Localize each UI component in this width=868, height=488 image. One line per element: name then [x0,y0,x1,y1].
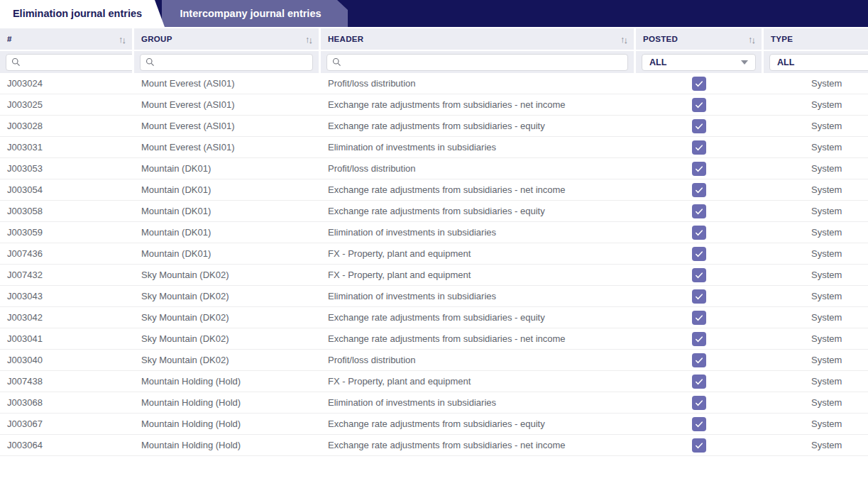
row-type-cell: System [764,291,868,301]
sort-up-down-icon[interactable]: ↑↓ [305,34,312,45]
number-filter-searchbox[interactable] [6,54,132,71]
checkmark-icon [694,313,704,323]
posted-checkbox[interactable] [692,183,706,197]
table-row[interactable]: J003025Mount Everest (ASI01)Exchange rat… [0,94,868,116]
row-type-cell: System [764,163,868,174]
posted-checkbox[interactable] [692,77,706,91]
posted-checkbox[interactable] [692,204,706,218]
posted-checkbox[interactable] [692,226,706,240]
row-group-cell: Mount Everest (ASI01) [134,142,319,152]
row-number-cell: J003058 [0,206,132,216]
row-header-cell: Profit/loss distribution [321,78,634,89]
checkmark-icon [694,419,704,429]
sort-up-down-icon[interactable]: ↑↓ [119,34,125,45]
tab-elimination-journal-entries[interactable]: Elimination journal entries [0,0,165,27]
row-group-cell: Sky Mountain (DK02) [134,291,319,301]
row-group-cell: Sky Mountain (DK02) [134,270,319,280]
column-header-type[interactable]: TYPE [764,28,868,50]
sort-up-down-icon[interactable]: ↑↓ [620,34,627,45]
header-filter-input[interactable] [346,57,622,67]
table-filter-row: ALL ALL [0,51,868,73]
row-number-cell: J003059 [0,227,132,238]
number-filter-input[interactable] [25,57,132,67]
posted-checkbox[interactable] [692,140,706,155]
posted-checkbox[interactable] [692,332,706,346]
row-group-cell: Mountain (DK01) [134,163,319,174]
row-posted-cell [636,332,762,346]
checkmark-icon [694,440,704,450]
row-group-cell: Mountain (DK01) [134,184,319,195]
checkmark-icon [694,249,704,259]
type-filter-select[interactable]: ALL [769,54,868,71]
posted-checkbox[interactable] [692,438,706,453]
row-group-cell: Sky Mountain (DK02) [134,333,319,344]
checkmark-icon [694,100,704,110]
column-label: TYPE [771,35,793,43]
table-row[interactable]: J003040Sky Mountain (DK02)Profit/loss di… [0,350,868,371]
header-filter-searchbox[interactable] [326,54,628,71]
posted-checkbox[interactable] [692,162,706,176]
column-header-posted[interactable]: POSTED ↑↓ [636,28,762,50]
posted-filter-value: ALL [649,57,666,67]
table-row[interactable]: J003059Mountain (DK01)Elimination of inv… [0,222,868,243]
row-type-cell: System [764,440,868,450]
posted-checkbox[interactable] [692,417,706,431]
row-posted-cell [636,98,762,112]
row-posted-cell [636,247,762,261]
row-posted-cell [636,311,762,325]
table-row[interactable]: J003042Sky Mountain (DK02)Exchange rate … [0,307,868,328]
column-header-header[interactable]: HEADER ↑↓ [321,28,634,50]
column-header-group[interactable]: GROUP ↑↓ [134,28,319,50]
table-row[interactable]: J003024Mount Everest (ASI01)Profit/loss … [0,73,868,94]
table-row[interactable]: J003058Mountain (DK01)Exchange rate adju… [0,201,868,222]
row-header-cell: Exchange rate adjustments from subsidiar… [321,312,634,323]
row-posted-cell [636,375,762,389]
row-header-cell: Elimination of investments in subsidiari… [321,397,634,408]
sort-up-down-icon[interactable]: ↑↓ [748,34,754,45]
table-row[interactable]: J003028Mount Everest (ASI01)Exchange rat… [0,116,868,137]
table-row[interactable]: J003041Sky Mountain (DK02)Exchange rate … [0,328,868,350]
posted-checkbox[interactable] [692,375,706,389]
row-type-cell: System [764,227,868,238]
row-type-cell: System [764,99,868,110]
table-row[interactable]: J007438Mountain Holding (Hold)FX - Prope… [0,371,868,392]
row-group-cell: Sky Mountain (DK02) [134,312,319,323]
row-number-cell: J003031 [0,142,132,152]
posted-checkbox[interactable] [692,289,706,304]
posted-checkbox[interactable] [692,98,706,112]
table-row[interactable]: J003031Mount Everest (ASI01)Elimination … [0,137,868,158]
checkmark-icon [694,355,704,365]
row-posted-cell [636,140,762,155]
row-type-cell: System [764,78,868,89]
row-number-cell: J003068 [0,397,132,408]
type-filter-value: ALL [777,57,794,67]
table-header-row: # ↑↓ GROUP ↑↓ HEADER ↑↓ POSTED ↑↓ TYPE [0,28,868,50]
row-number-cell: J003024 [0,78,132,89]
table-row[interactable]: J003053Mountain (DK01)Profit/loss distri… [0,158,868,179]
tab-intercompany-journal-entries[interactable]: Intercompany journal entries [162,0,348,27]
table-row[interactable]: J007436Mountain (DK01)FX - Property, pla… [0,243,868,265]
table-row[interactable]: J003067Mountain Holding (Hold)Exchange r… [0,414,868,435]
checkmark-icon [694,79,704,89]
table-row[interactable]: J003054Mountain (DK01)Exchange rate adju… [0,179,868,201]
table-row[interactable]: J003043Sky Mountain (DK02)Elimination of… [0,286,868,307]
posted-checkbox[interactable] [692,311,706,325]
posted-filter-select[interactable]: ALL [642,54,756,71]
table-body: J003024Mount Everest (ASI01)Profit/loss … [0,73,868,456]
table-row[interactable]: J003064Mountain Holding (Hold)Exchange r… [0,435,868,456]
posted-checkbox[interactable] [692,268,706,282]
column-header-number[interactable]: # ↑↓ [0,28,132,50]
posted-checkbox[interactable] [692,353,706,367]
row-posted-cell [636,119,762,133]
group-filter-searchbox[interactable] [140,54,313,71]
row-header-cell: Exchange rate adjustments from subsidiar… [321,206,634,216]
row-group-cell: Mountain Holding (Hold) [134,440,319,450]
checkmark-icon [694,398,704,408]
posted-checkbox[interactable] [692,247,706,261]
table-row[interactable]: J007432Sky Mountain (DK02)FX - Property,… [0,265,868,286]
row-posted-cell [636,353,762,367]
table-row[interactable]: J003068Mountain Holding (Hold)Eliminatio… [0,392,868,414]
group-filter-input[interactable] [159,57,307,67]
posted-checkbox[interactable] [692,119,706,133]
posted-checkbox[interactable] [692,396,706,410]
